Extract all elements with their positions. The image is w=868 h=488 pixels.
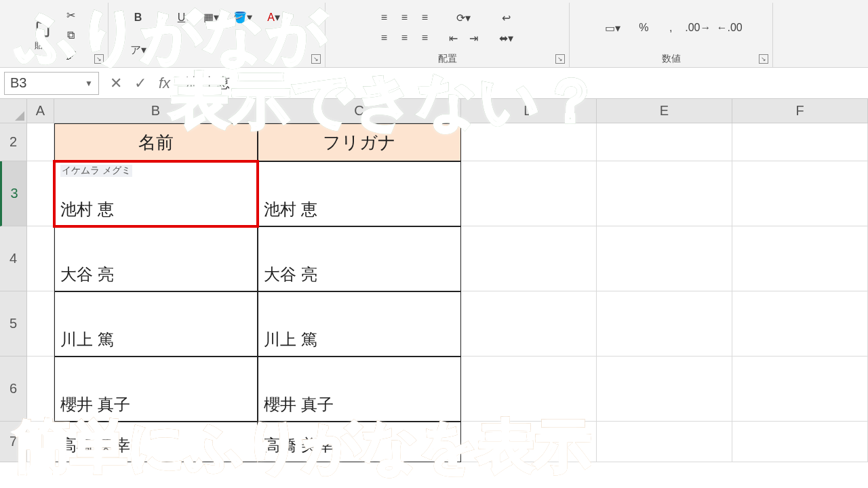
cut-button[interactable]: ✂ (62, 5, 81, 24)
cell-A2[interactable] (27, 123, 54, 161)
cell-E6[interactable] (597, 357, 732, 422)
cell-F2[interactable] (732, 123, 868, 161)
cell-D5[interactable] (461, 291, 597, 357)
cell-text: 池村 恵 (60, 199, 114, 220)
bold-button[interactable]: B (129, 8, 148, 27)
row-header-4[interactable]: 4 (0, 226, 27, 291)
phonetic-button[interactable]: ア▾ (129, 41, 148, 60)
formula-cancel-button[interactable]: ✕ (110, 75, 122, 92)
cell-A6[interactable] (27, 357, 54, 422)
cell-C4[interactable]: 大谷 亮 (258, 226, 461, 291)
align-top-button[interactable]: ≡ (375, 8, 394, 27)
merge-center-button[interactable]: ⬌▾ (493, 28, 520, 47)
cell-B3[interactable]: イケムラ メグミ池村 恵 (54, 161, 258, 226)
cell-B7[interactable]: 高橋 美幸 (54, 422, 258, 462)
column-header-A[interactable]: A (27, 99, 54, 123)
ribbon-group-number: ▭▾ % , .00→ ←.00 数値 (570, 3, 773, 68)
paste-button[interactable]: 貼り (28, 17, 58, 54)
cell-B6[interactable]: 櫻井 真子 (54, 357, 258, 422)
svg-rect-1 (39, 20, 45, 24)
column-header-E[interactable]: E (597, 99, 732, 123)
cell-F6[interactable] (732, 357, 868, 422)
cell-E5[interactable] (597, 291, 732, 357)
cell-C5[interactable]: 川上 篤 (258, 291, 461, 357)
cell-C3[interactable]: 池村 恵 (258, 161, 461, 226)
cell-D4[interactable] (461, 226, 597, 291)
wrap-text-button[interactable]: ↩ (493, 8, 520, 27)
fx-icon[interactable]: fx (159, 75, 170, 92)
cell-C6[interactable]: 櫻井 真子 (258, 357, 461, 422)
number-launcher-icon[interactable] (759, 54, 768, 64)
cell-E7[interactable] (597, 422, 732, 462)
column-header-F[interactable]: F (732, 99, 868, 123)
cell-A4[interactable] (27, 226, 54, 291)
orientation-button[interactable]: ⟳▾ (444, 8, 484, 27)
row-header-6[interactable]: 6 (0, 357, 27, 422)
number-format-button[interactable]: ▭▾ (599, 18, 626, 37)
formula-confirm-button[interactable]: ✓ (134, 75, 146, 92)
column-headers: ABCDEFG (27, 99, 868, 123)
increase-decimal-button[interactable]: .00→ (684, 18, 711, 37)
cell-A7[interactable] (27, 422, 54, 462)
cell-E3[interactable] (597, 161, 732, 226)
column-header-D[interactable]: D (461, 99, 597, 123)
font-launcher-icon[interactable] (311, 54, 321, 64)
increase-indent-button[interactable]: ⇥ (465, 28, 484, 47)
decrease-indent-button[interactable]: ⇤ (444, 28, 463, 47)
comma-button[interactable]: , (661, 18, 680, 37)
align-center-button[interactable]: ≡ (395, 28, 414, 47)
fill-color-button[interactable]: 🪣▾ (229, 8, 256, 27)
cell-D6[interactable] (461, 357, 597, 422)
name-box[interactable]: B3 ▼ (4, 72, 99, 95)
align-right-button[interactable]: ≡ (416, 28, 435, 47)
alignment-launcher-icon[interactable] (555, 54, 565, 64)
align-middle-button[interactable]: ≡ (395, 8, 414, 27)
cell-F5[interactable] (732, 291, 868, 357)
table-header-name[interactable]: 名前 (54, 123, 258, 161)
clipboard-launcher-icon[interactable] (94, 54, 104, 64)
copy-button[interactable]: ⧉ (62, 26, 81, 45)
cell-B4[interactable]: 大谷 亮 (54, 226, 258, 291)
ribbon-group-alignment: ≡ ≡ ≡ ≡ ≡ ≡ ⟳▾ ⇤ ⇥ ↩ ⬌▾ 配置 (326, 3, 570, 68)
ribbon-group-clipboard: 貼り ✂ ⧉ 🖌 (0, 3, 108, 68)
column-header-B[interactable]: B (54, 99, 258, 123)
row-header-7[interactable]: 7 (0, 422, 27, 462)
cell-A3[interactable] (27, 161, 54, 226)
underline-button[interactable]: U▾ (175, 8, 194, 27)
row-headers: 234567 (0, 123, 27, 462)
table-header-furigana[interactable]: フリガナ (258, 123, 461, 161)
cell-C7[interactable]: 高橋 美幸 (258, 422, 461, 462)
chevron-down-icon[interactable]: ▼ (85, 79, 93, 88)
select-all-corner[interactable] (0, 99, 27, 123)
cell-text: 高橋 美幸 (60, 434, 130, 456)
row-header-3[interactable]: 3 (0, 161, 27, 226)
cell-F3[interactable] (732, 161, 868, 226)
cell-D2[interactable] (461, 123, 597, 161)
cell-F4[interactable] (732, 226, 868, 291)
ribbon-group-font: B I U▾ ▦▾ 🪣▾ A▾ ア▾ (108, 3, 326, 68)
cell-D3[interactable] (461, 161, 597, 226)
column-header-C[interactable]: C (258, 99, 461, 123)
font-color-button[interactable]: A▾ (260, 8, 288, 27)
cell-text: 櫻井 真子 (264, 394, 334, 415)
cell-A5[interactable] (27, 291, 54, 357)
cell-B5[interactable]: 川上 篤 (54, 291, 258, 357)
worksheet-grid[interactable]: ABCDEFG 234567 名前フリガナイケムラ メグミ池村 恵池村 恵大谷 … (0, 99, 868, 488)
border-button[interactable]: ▦▾ (198, 8, 225, 27)
cell-E2[interactable] (597, 123, 732, 161)
italic-button[interactable]: I (152, 8, 171, 27)
cell-E4[interactable] (597, 226, 732, 291)
cell-text: 櫻井 真子 (60, 394, 130, 415)
phonetic-text: イケムラ メグミ (60, 165, 132, 177)
decrease-decimal-button[interactable]: ←.00 (716, 18, 743, 37)
percent-button[interactable]: % (630, 18, 657, 37)
cell-F7[interactable] (732, 422, 868, 462)
align-bottom-button[interactable]: ≡ (416, 8, 435, 27)
cell-text: 大谷 亮 (264, 264, 317, 285)
row-header-5[interactable]: 5 (0, 291, 27, 357)
cell-D7[interactable] (461, 422, 597, 462)
align-left-button[interactable]: ≡ (375, 28, 394, 47)
format-painter-button[interactable]: 🖌 (62, 46, 81, 65)
formula-input[interactable] (181, 72, 864, 95)
row-header-2[interactable]: 2 (0, 123, 27, 161)
